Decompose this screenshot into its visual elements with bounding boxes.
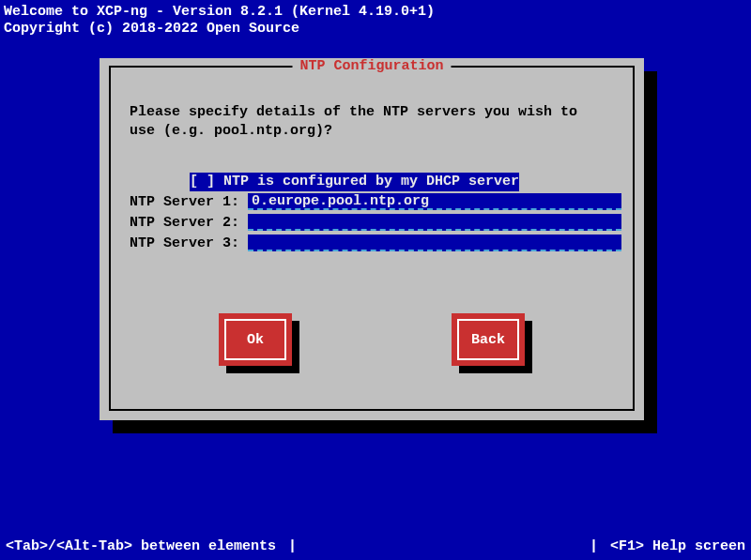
dialog-message: Please specify details of the NTP server… xyxy=(130,103,618,141)
dhcp-checkbox[interactable]: [ ] NTP is configured by my DHCP server xyxy=(190,173,519,191)
ntp-label-3: NTP Server 3: xyxy=(130,235,248,253)
back-button-wrap: Back xyxy=(452,313,525,366)
footer-right: <F1> Help screen xyxy=(610,538,745,554)
footer-sep-1: | xyxy=(284,538,300,554)
dialog-buttons: Ok Back xyxy=(100,313,644,366)
dialog-wrap: NTP Configuration Please specify details… xyxy=(100,58,644,420)
ntp-row-3: NTP Server 3: xyxy=(130,235,621,253)
ok-button[interactable]: Ok xyxy=(219,313,292,366)
installer-screen: Welcome to XCP-ng - Version 8.2.1 (Kerne… xyxy=(0,0,751,560)
header-line-1: Welcome to XCP-ng - Version 8.2.1 (Kerne… xyxy=(4,4,747,21)
header: Welcome to XCP-ng - Version 8.2.1 (Kerne… xyxy=(0,0,751,38)
ntp-input-2[interactable] xyxy=(248,214,621,231)
ntp-label-2: NTP Server 2: xyxy=(130,214,248,233)
footer-sep-2: | xyxy=(586,538,602,554)
ok-button-border xyxy=(224,319,286,360)
dialog-form: [ ] NTP is configured by my DHCP server … xyxy=(130,173,621,253)
ntp-row-1: NTP Server 1: 0.europe.pool.ntp.org xyxy=(130,193,621,212)
header-line-2: Copyright (c) 2018-2022 Open Source xyxy=(4,21,747,38)
ntp-label-1: NTP Server 1: xyxy=(130,193,248,212)
ok-button-wrap: Ok xyxy=(219,313,292,366)
ntp-row-2: NTP Server 2: xyxy=(130,214,621,233)
footer: <Tab>/<Alt-Tab> between elements | | <F1… xyxy=(0,538,751,554)
dialog-title: NTP Configuration xyxy=(292,58,451,74)
dialog-message-line-1: Please specify details of the NTP server… xyxy=(130,103,618,122)
footer-left: <Tab>/<Alt-Tab> between elements xyxy=(6,538,276,554)
back-button-border xyxy=(457,319,519,360)
dialog-message-line-2: use (e.g. pool.ntp.org)? xyxy=(130,122,618,141)
ntp-dialog: NTP Configuration Please specify details… xyxy=(100,58,644,420)
ntp-input-3[interactable] xyxy=(248,235,621,251)
back-button[interactable]: Back xyxy=(452,313,525,366)
ntp-input-1[interactable]: 0.europe.pool.ntp.org xyxy=(248,193,621,210)
